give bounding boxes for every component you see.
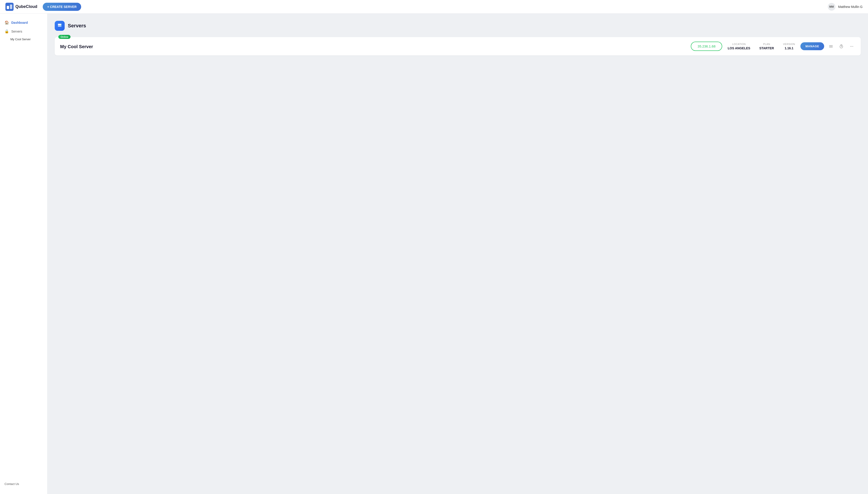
sidebar-item-servers[interactable]: 🔒 Servers: [0, 27, 47, 36]
logo-text: QubeCloud: [15, 4, 37, 9]
logo: QubeCloud: [5, 3, 37, 11]
svg-point-14: [850, 46, 851, 46]
user-avatar: MM: [828, 3, 835, 11]
server-actions: MANAGE: [801, 42, 855, 50]
sidebar-item-servers-label: Servers: [11, 30, 22, 33]
version-meta: VERSION 1.16.1: [783, 43, 795, 50]
page-title: Servers: [68, 23, 86, 29]
svg-rect-1: [7, 6, 9, 9]
server-name: My Cool Server: [60, 44, 685, 49]
more-icon[interactable]: [848, 43, 855, 50]
server-card-left: My Cool Server: [60, 43, 685, 49]
manage-button[interactable]: MANAGE: [801, 42, 824, 50]
server-meta: LOCATION LOS ANGELES PLAN STARTER VERSIO…: [728, 43, 795, 50]
sidebar-subitem-my-cool-server[interactable]: My Cool Server: [0, 36, 47, 43]
create-server-button[interactable]: + CREATE SERVER: [43, 3, 81, 11]
location-value: LOS ANGELES: [728, 46, 750, 50]
location-label: LOCATION: [728, 43, 750, 45]
list-icon[interactable]: [827, 43, 834, 50]
svg-point-16: [853, 46, 853, 46]
timer-icon[interactable]: [838, 43, 845, 50]
header-left: QubeCloud + CREATE SERVER: [5, 3, 81, 11]
sidebar-item-dashboard[interactable]: 🏠 Dashboard: [0, 18, 47, 27]
sidebar-subitem-label: My Cool Server: [11, 38, 31, 41]
plan-label: PLAN: [759, 43, 774, 45]
svg-rect-2: [10, 4, 12, 9]
servers-page-icon: [57, 23, 62, 28]
plan-meta: PLAN STARTER: [759, 43, 774, 50]
app-layout: 🏠 Dashboard 🔒 Servers My Cool Server Con…: [0, 14, 868, 494]
plan-value: STARTER: [759, 46, 774, 50]
header: QubeCloud + CREATE SERVER MM Matthew Mul…: [0, 0, 868, 14]
sidebar-item-dashboard-label: Dashboard: [11, 21, 28, 24]
version-label: VERSION: [783, 43, 795, 45]
page-header: Servers: [55, 21, 861, 31]
location-meta: LOCATION LOS ANGELES: [728, 43, 750, 50]
main-content: Servers Online My Cool Server 35.236.1.6…: [47, 14, 868, 494]
servers-icon: 🔒: [4, 29, 9, 34]
svg-point-5: [61, 24, 61, 25]
svg-point-15: [851, 46, 852, 46]
server-card: Online My Cool Server 35.236.1.68 LOCATI…: [55, 37, 861, 55]
contact-us-link[interactable]: Contact Us: [4, 482, 19, 486]
sidebar: 🏠 Dashboard 🔒 Servers My Cool Server Con…: [0, 14, 47, 494]
online-badge: Online: [58, 35, 71, 39]
page-icon: [55, 21, 65, 31]
header-right: MM Matthew Mullin G: [828, 3, 863, 11]
sidebar-nav: 🏠 Dashboard 🔒 Servers My Cool Server: [0, 18, 47, 43]
ip-button[interactable]: 35.236.1.68: [691, 42, 722, 51]
svg-rect-0: [5, 3, 14, 11]
user-name: Matthew Mullin G: [838, 5, 863, 8]
version-value: 1.16.1: [783, 46, 795, 50]
sidebar-footer: Contact Us: [0, 478, 47, 490]
dashboard-icon: 🏠: [4, 20, 9, 25]
logo-icon: [5, 3, 14, 11]
svg-point-6: [61, 26, 61, 26]
